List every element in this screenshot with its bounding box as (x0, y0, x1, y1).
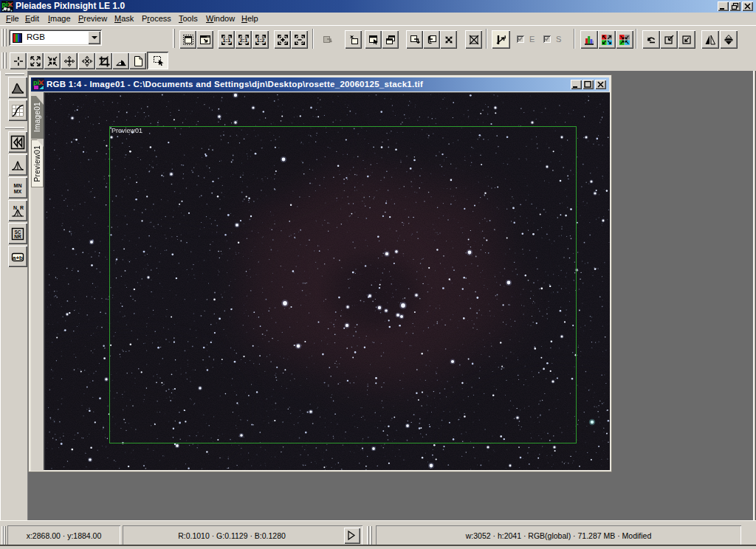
svg-text:N: N (13, 205, 17, 210)
svg-text:R: R (20, 205, 24, 210)
svg-text:MN: MN (14, 183, 22, 188)
svg-text:2:1: 2:1 (239, 36, 247, 43)
svg-text:Preview01: Preview01 (111, 127, 142, 134)
svg-text:MX: MX (14, 189, 22, 194)
svg-text:1:1: 1:1 (222, 36, 230, 43)
svg-text:1:2: 1:2 (256, 36, 264, 43)
svg-text:a+b: a+b (13, 254, 23, 260)
svg-text:NR: NR (14, 234, 21, 239)
